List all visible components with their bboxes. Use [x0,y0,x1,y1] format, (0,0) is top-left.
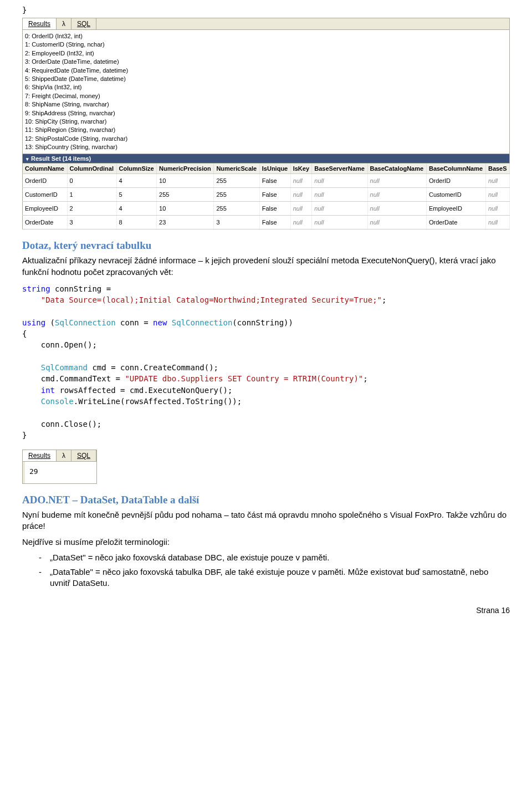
table-row: OrderID0410255FalsenullnullnullOrderIDnu… [23,174,510,188]
table-cell: null [485,188,509,202]
schema-line: 1: CustomerID (String, nchar) [25,40,507,49]
schema-line: 4: RequiredDate (DateTime, datetime) [25,67,507,75]
table-cell: 1 [67,188,116,202]
column-header: IsUnique [259,164,290,174]
table-cell: 8 [116,216,156,229]
schema-line: 9: ShipAddress (String, nvarchar) [25,109,507,118]
tab-sql[interactable]: SQL [71,18,96,29]
table-cell: CustomerID [23,188,68,202]
schema-line: 3: OrderDate (DateTime, datetime) [25,58,507,66]
tab-sql-2-label: SQL [77,452,90,460]
result-small-value: 29 [23,462,96,483]
table-cell: 3 [67,216,116,229]
list-item: „DataTable" = něco jako foxovská tabulka… [39,567,510,589]
table-cell: 10 [157,174,214,188]
table-cell: 255 [214,188,259,202]
table-cell: 10 [157,202,214,216]
section-title-1: Dotaz, který nevrací tabulku [22,239,510,252]
resultset-header-label: Result Set (14 items) [31,155,91,162]
table-cell: OrderDate [23,216,68,229]
column-header: BaseServerName [312,164,367,174]
tab-sql-label: SQL [77,20,90,28]
result-table: ColumnNameColumnOrdinalColumnSizeNumeric… [22,164,510,229]
list-item: „DataSet" = něco jako foxovská database … [39,552,510,563]
collapse-icon: ▾ [26,156,29,162]
table-cell: 23 [157,216,214,229]
table-cell: 4 [116,174,156,188]
schema-line: 0: OrderID (Int32, int) [25,32,507,40]
table-cell: False [259,216,290,229]
resultset-header[interactable]: ▾Result Set (14 items) [22,154,510,164]
column-header: BaseColumnName [426,164,485,174]
tab-lambda-2[interactable]: λ [57,450,71,461]
table-cell: null [312,216,367,229]
table-cell: null [367,202,426,216]
schema-line: 12: ShipPostalCode (String, nvarchar) [25,135,507,143]
table-cell: 0 [67,174,116,188]
table-cell: null [485,216,509,229]
table-cell: CustomerID [426,188,485,202]
table-cell: null [312,188,367,202]
table-cell: 255 [214,174,259,188]
tab-sql-2[interactable]: SQL [71,450,96,461]
result-tabs-2: Results λ SQL [23,450,96,462]
column-header: ColumnName [23,164,68,174]
table-row: CustomerID15255255FalsenullnullnullCusto… [23,188,510,202]
column-header: NumericPrecision [157,164,214,174]
result-tabs-1: Results λ SQL [22,18,510,30]
table-cell: OrderDate [426,216,485,229]
table-cell: False [259,202,290,216]
table-cell: null [312,202,367,216]
bullet-list: „DataSet" = něco jako foxovská database … [39,552,510,589]
table-cell: 255 [157,188,214,202]
column-header: NumericScale [214,164,259,174]
section-title-2: ADO.NET – DataSet, DataTable a další [22,494,510,506]
table-cell: EmployeeID [23,202,68,216]
schema-line: 10: ShipCity (String, nvarchar) [25,118,507,126]
table-cell: null [485,202,509,216]
table-cell: null [485,174,509,188]
table-cell: null [290,216,312,229]
tab-lambda-2-label: λ [62,452,65,460]
table-cell: null [290,202,312,216]
schema-line: 2: EmployeeID (Int32, int) [25,49,507,58]
table-cell: 2 [67,202,116,216]
tab-lambda[interactable]: λ [57,18,71,29]
tab-results-2[interactable]: Results [23,450,57,461]
tab-results-label: Results [28,20,50,28]
table-cell: 5 [116,188,156,202]
tab-lambda-label: λ [62,20,65,28]
schema-line: 8: ShipName (String, nvarchar) [25,100,507,109]
table-cell: null [290,188,312,202]
table-cell: null [290,174,312,188]
schema-panel: 0: OrderID (Int32, int)1: CustomerID (St… [22,30,510,154]
column-header: ColumnSize [116,164,156,174]
table-cell: null [367,188,426,202]
table-cell: null [367,216,426,229]
table-cell: 4 [116,202,156,216]
schema-line: 6: ShipVia (Int32, int) [25,83,507,91]
column-header: BaseCatalogName [367,164,426,174]
schema-line: 7: Freight (Decimal, money) [25,92,507,100]
table-row: EmployeeID2410255FalsenullnullnullEmploy… [23,202,510,216]
section-body-2b: Nejdříve si musíme přeložit terminologii… [22,537,510,548]
schema-line: 11: ShipRegion (String, nvarchar) [25,126,507,134]
table-cell: False [259,188,290,202]
tab-results-2-label: Results [28,452,50,460]
result-small-panel: Results λ SQL 29 [22,450,97,484]
code-block-2: string connString = "Data Source=(local)… [22,283,510,441]
table-row: OrderDate38233FalsenullnullnullOrderDate… [23,216,510,229]
column-header: BaseS [485,164,509,174]
column-header: ColumnOrdinal [67,164,116,174]
table-cell: null [312,174,367,188]
page-number: Strana 16 [22,606,510,615]
code-brace-close: } [22,6,510,14]
table-cell: False [259,174,290,188]
table-cell: null [367,174,426,188]
column-header: IsKey [290,164,312,174]
schema-line: 13: ShipCountry (String, nvarchar) [25,143,507,151]
table-cell: OrderID [23,174,68,188]
tab-results[interactable]: Results [23,18,57,29]
table-cell: EmployeeID [426,202,485,216]
section-body-1: Aktualizační příkazy nevracejí žádné inf… [22,255,510,278]
